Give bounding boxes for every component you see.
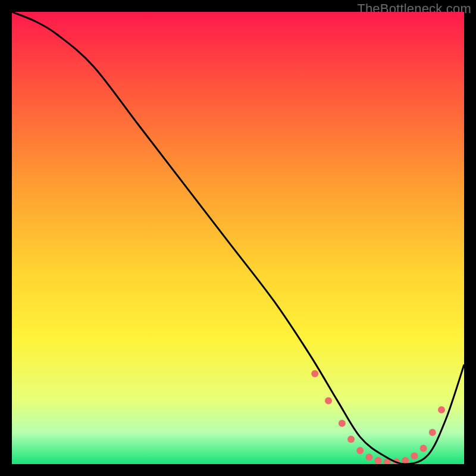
chart-svg — [12, 12, 464, 464]
valley-dot — [339, 420, 346, 427]
chart-frame: TheBottleneck.com — [0, 0, 476, 476]
valley-dot — [429, 429, 436, 436]
valley-dot — [365, 454, 372, 461]
valley-dot — [420, 444, 427, 452]
valley-dot — [356, 447, 364, 454]
valley-dot — [375, 457, 382, 464]
valley-dot — [325, 397, 332, 405]
valley-dot — [438, 406, 445, 414]
gradient-background — [12, 12, 464, 464]
valley-dot — [411, 452, 418, 459]
valley-dot — [402, 457, 409, 464]
valley-dot — [311, 370, 318, 377]
valley-dot — [347, 436, 355, 443]
plot-area — [12, 12, 464, 464]
